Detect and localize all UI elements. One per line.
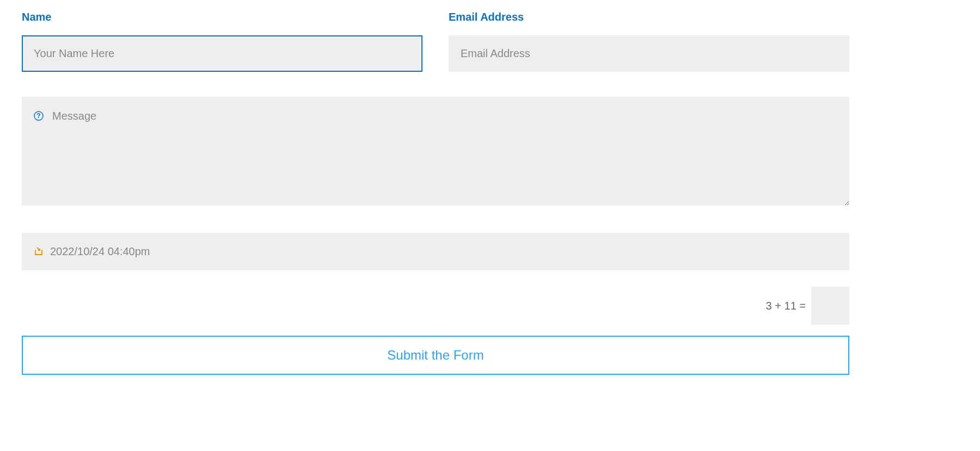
datetime-value: 2022/10/24 04:40pm [50,245,150,258]
name-label: Name [22,11,422,23]
name-col: Name [22,11,422,72]
email-col: Email Address [449,11,849,72]
name-input[interactable] [22,35,422,72]
email-input[interactable] [449,35,849,72]
datetime-field[interactable]: 2022/10/24 04:40pm [22,233,849,270]
contact-form: Name Email Address ? 2022/ [22,11,849,375]
message-input[interactable] [22,97,849,206]
form-row-message: ? [22,97,849,208]
message-col: ? [22,97,849,208]
captcha-row: 3 + 11 = [22,287,849,325]
captcha-input[interactable] [811,287,849,325]
form-row-top: Name Email Address [22,11,849,72]
captcha-label: 3 + 11 = [766,300,806,312]
submit-button[interactable]: Submit the Form [22,336,849,375]
calendar-icon [34,246,44,258]
email-label: Email Address [449,11,849,23]
